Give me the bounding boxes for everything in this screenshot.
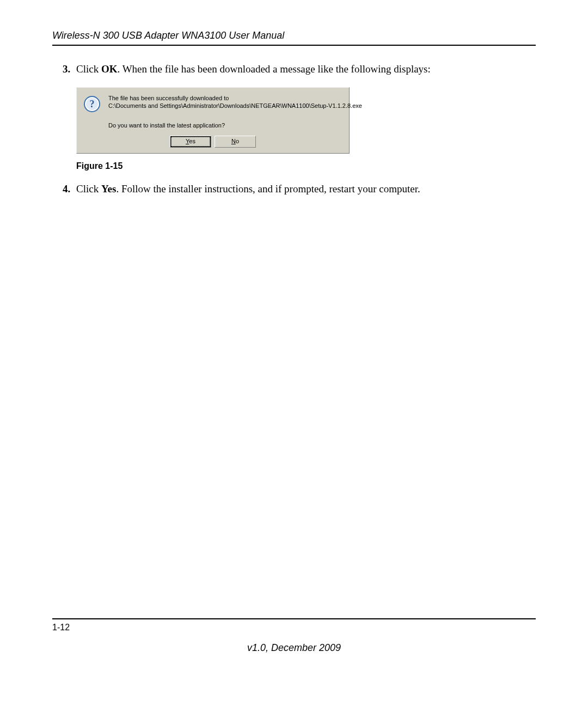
step-4-bold: Yes bbox=[101, 183, 116, 194]
dialog-message: The file has been successfully downloade… bbox=[108, 94, 362, 111]
step-3: Click OK. When the file has been downloa… bbox=[73, 62, 536, 172]
step-4-prefix: Click bbox=[76, 183, 101, 194]
question-icon: ? bbox=[83, 95, 101, 113]
svg-text:?: ? bbox=[90, 99, 95, 109]
page-footer: 1-12 v1.0, December 2009 bbox=[52, 618, 536, 654]
step-3-suffix: . When the file has been downloaded a me… bbox=[117, 63, 430, 75]
figure-caption: Figure 1-15 bbox=[76, 160, 536, 172]
dialog-line1: The file has been successfully downloade… bbox=[108, 94, 362, 102]
dialog-question: Do you want to install the latest applic… bbox=[108, 121, 342, 130]
download-complete-dialog: ? The file has been successfully downloa… bbox=[76, 87, 350, 154]
no-button[interactable]: No bbox=[215, 136, 256, 148]
page-number: 1-12 bbox=[52, 623, 536, 632]
page-header-title: Wireless-N 300 USB Adapter WNA3100 User … bbox=[52, 30, 536, 46]
step-3-bold: OK bbox=[101, 63, 118, 75]
version-text: v1.0, December 2009 bbox=[52, 642, 536, 654]
yes-button[interactable]: Yes bbox=[170, 136, 211, 148]
dialog-buttons: Yes No bbox=[83, 136, 342, 148]
step-3-prefix: Click bbox=[76, 63, 101, 75]
dialog-path: C:\Documents and Settings\Administrator\… bbox=[108, 102, 362, 110]
step-4-suffix: . Follow the installer instructions, and… bbox=[116, 183, 420, 194]
steps-list: Click OK. When the file has been downloa… bbox=[58, 62, 536, 196]
step-4: Click Yes. Follow the installer instruct… bbox=[73, 182, 536, 196]
